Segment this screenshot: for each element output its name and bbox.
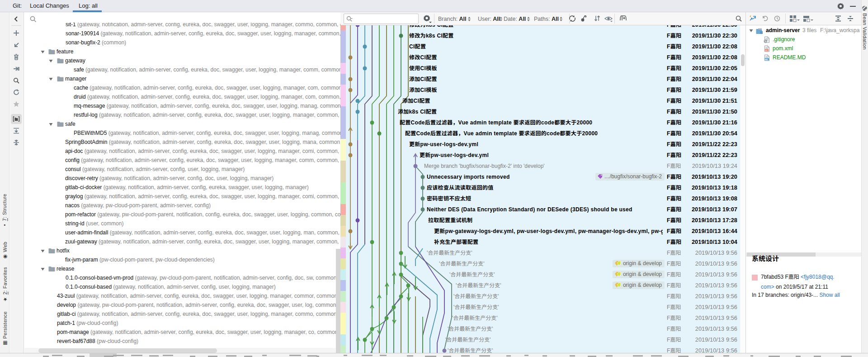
svg-text:MD: MD (765, 58, 768, 61)
svg-text:<>: <> (765, 49, 768, 52)
